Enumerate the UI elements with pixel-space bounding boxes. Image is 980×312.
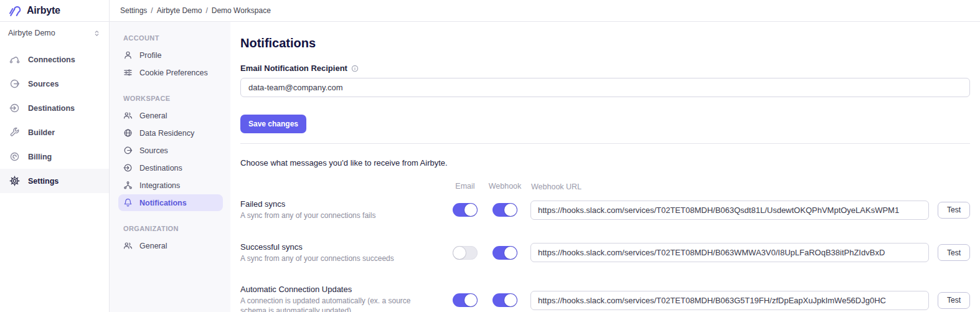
brand-logo[interactable]: Airbyte — [0, 0, 109, 22]
email-toggle[interactable] — [453, 246, 478, 260]
workspace-selector-label: Airbyte Demo — [8, 29, 55, 37]
settings-item-notifications[interactable]: Notifications — [118, 194, 223, 211]
settings-item-profile[interactable]: Profile — [118, 47, 223, 64]
sidebar-item-billing[interactable]: Billing — [0, 144, 109, 169]
sidebar-nav: Connections Sources Dest — [0, 47, 109, 193]
sidebar-item-label: Billing — [28, 153, 52, 161]
info-icon[interactable] — [351, 65, 359, 72]
webhook-toggle[interactable] — [492, 203, 517, 217]
sources-icon — [123, 146, 133, 155]
email-recipient-label: Email Notification Recipient — [240, 64, 347, 73]
notifications-table-header: Email Webhook Webhook URL — [240, 181, 970, 192]
email-toggle[interactable] — [453, 203, 478, 217]
webhook-url-input[interactable] — [530, 243, 929, 262]
intro-text: Choose what messages you'd like to recei… — [240, 158, 970, 168]
row-title: Successful syncs — [240, 242, 436, 252]
webhook-toggle[interactable] — [492, 293, 517, 307]
email-recipient-input[interactable] — [240, 78, 970, 97]
column-header-webhook-url: Webhook URL — [531, 182, 582, 191]
sort-chevrons-icon — [93, 29, 101, 37]
notifications-table: Email Webhook Webhook URL Failed syncs A… — [240, 181, 970, 312]
sidebar-item-connections[interactable]: Connections — [0, 47, 109, 72]
column-header-webhook: Webhook — [489, 182, 522, 191]
sidebar-item-label: Sources — [28, 80, 59, 88]
people-icon — [123, 111, 133, 120]
sidebar-item-label: Builder — [28, 128, 55, 137]
breadcrumb-workspace[interactable]: Demo Workspace — [212, 6, 271, 15]
settings-section-organization: ORGANIZATION General — [118, 225, 223, 254]
webhook-url-input[interactable] — [530, 201, 929, 220]
row-title: Failed syncs — [240, 199, 436, 209]
workspace-selector[interactable]: Airbyte Demo — [0, 22, 109, 44]
row-description: A sync from any of your connections fail… — [240, 211, 436, 221]
settings-section-account: ACCOUNT Profile — [118, 34, 223, 81]
settings-item-label: Cookie Preferences — [139, 69, 208, 77]
globe-icon — [123, 128, 133, 138]
app-window: Airbyte Airbyte Demo Connections — [0, 0, 980, 312]
table-row-failed-syncs: Failed syncs A sync from any of your con… — [240, 199, 970, 221]
test-button[interactable]: Test — [938, 244, 970, 261]
integrations-icon — [123, 181, 133, 190]
sidebar-item-destinations[interactable]: Destinations — [0, 96, 109, 120]
sidebar-item-label: Connections — [28, 55, 75, 64]
settings-item-label: General — [139, 111, 167, 120]
webhook-url-input[interactable] — [530, 291, 929, 310]
breadcrumb-separator: / — [205, 6, 207, 15]
brand-name: Airbyte — [27, 5, 60, 16]
destinations-icon — [123, 163, 133, 173]
settings-section-workspace: WORKSPACE General — [118, 95, 223, 211]
settings-item-cookie-preferences[interactable]: Cookie Preferences — [118, 64, 223, 81]
breadcrumb-settings[interactable]: Settings — [120, 6, 147, 15]
gear-icon — [9, 176, 20, 186]
test-button[interactable]: Test — [938, 292, 970, 309]
settings-nav: ACCOUNT Profile — [110, 22, 230, 312]
settings-item-label: Data Residency — [139, 129, 194, 138]
content-wrap: ACCOUNT Profile — [110, 22, 980, 312]
billing-icon — [9, 151, 20, 162]
bell-icon — [123, 198, 133, 207]
settings-item-data-residency[interactable]: Data Residency — [118, 125, 223, 141]
settings-item-label: Profile — [139, 51, 161, 60]
notifications-page: Notifications Email Notification Recipie… — [230, 22, 980, 312]
destinations-icon — [9, 103, 20, 113]
settings-item-label: General — [139, 242, 167, 250]
sidebar-item-label: Settings — [28, 177, 59, 186]
row-description: A sync from any of your connections succ… — [240, 254, 436, 264]
section-divider — [240, 143, 970, 144]
settings-item-destinations[interactable]: Destinations — [118, 159, 223, 176]
profile-icon — [123, 50, 133, 60]
settings-item-label: Destinations — [139, 164, 182, 173]
people-icon — [123, 241, 133, 250]
sidebar-item-builder[interactable]: Builder — [0, 120, 109, 144]
settings-item-general[interactable]: General — [118, 107, 223, 124]
save-changes-button[interactable]: Save changes — [240, 115, 306, 133]
page-title: Notifications — [240, 36, 970, 50]
breadcrumb: Settings / Airbyte Demo / Demo Workspace — [110, 0, 980, 22]
main-sidebar: Airbyte Airbyte Demo Connections — [0, 0, 110, 312]
webhook-toggle[interactable] — [492, 246, 517, 260]
sources-icon — [9, 78, 20, 89]
settings-item-label: Integrations — [139, 181, 180, 190]
sliders-icon — [123, 68, 133, 77]
table-row-successful-syncs: Successful syncs A sync from any of your… — [240, 242, 970, 264]
sidebar-item-sources[interactable]: Sources — [0, 72, 109, 96]
section-title: WORKSPACE — [123, 95, 223, 102]
section-title: ORGANIZATION — [123, 225, 223, 232]
settings-item-sources[interactable]: Sources — [118, 142, 223, 159]
settings-item-integrations[interactable]: Integrations — [118, 177, 223, 194]
right-region: Settings / Airbyte Demo / Demo Workspace… — [110, 0, 980, 312]
settings-item-org-general[interactable]: General — [118, 237, 223, 254]
airbyte-logo-icon — [8, 4, 22, 18]
sidebar-item-label: Destinations — [28, 104, 75, 113]
settings-item-label: Notifications — [139, 199, 187, 207]
row-title: Automatic Connection Updates — [240, 285, 436, 294]
settings-item-label: Sources — [139, 146, 168, 155]
test-button[interactable]: Test — [938, 202, 970, 219]
section-title: ACCOUNT — [123, 34, 223, 42]
sidebar-item-settings[interactable]: Settings — [0, 169, 109, 193]
table-row-automatic-connection-updates: Automatic Connection Updates A connectio… — [240, 285, 970, 312]
row-description: A connection is updated automatically (e… — [240, 296, 436, 312]
connections-icon — [9, 54, 20, 65]
email-toggle[interactable] — [453, 293, 478, 307]
breadcrumb-org[interactable]: Airbyte Demo — [157, 6, 202, 15]
